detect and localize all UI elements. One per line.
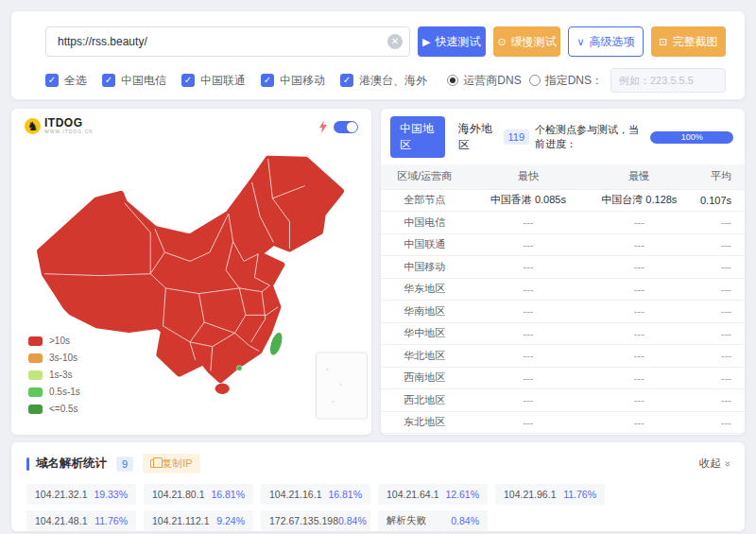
table-row[interactable]: 华中地区 --- --- ---: [381, 322, 745, 345]
slow-test-button[interactable]: ⊙ 缓慢测试: [493, 26, 561, 57]
dns-stats-panel: 域名解析统计 9 复制IP 收起 « 104.21.32.1 19.33% 10…: [11, 442, 745, 531]
ip-stat-cell[interactable]: 104.21.112.1 9.24%: [144, 510, 253, 531]
progress-bar: 100%: [650, 131, 733, 144]
checkbox-checked-icon: ✓: [340, 74, 353, 87]
full-screenshot-button[interactable]: ⊡ 完整截图: [651, 26, 726, 57]
radio-selected-icon: [447, 75, 458, 86]
ip-list: 104.21.32.1 19.33% 104.21.80.1 16.81% 10…: [26, 484, 612, 531]
legend-item: >10s: [28, 336, 80, 346]
copy-ip-button[interactable]: 复制IP: [143, 454, 199, 474]
radio-unselected-icon: [529, 75, 541, 86]
ip-stat-cell[interactable]: 104.21.32.1 19.33%: [26, 484, 136, 505]
operator-dns-radio[interactable]: 运营商DNS: [447, 73, 521, 89]
quick-test-button[interactable]: ▶ 快速测试: [418, 26, 486, 57]
table-row[interactable]: 全部节点 中国香港 0.085s 中国台湾 0.128s 0.107s: [381, 189, 745, 212]
results-panel: 中国地区 海外地区 119 个检测点参与测试，当前进度： 100% 区域/运营商…: [381, 109, 745, 435]
clear-input-icon[interactable]: ✕: [387, 34, 403, 49]
dns-option-group: 运营商DNS 指定DNS：: [447, 68, 726, 93]
legend-swatch: [28, 405, 43, 414]
chevron-up-icon: «: [721, 460, 732, 466]
advanced-options-button[interactable]: ∨ 高级选项: [568, 26, 643, 57]
title-accent-bar: [26, 457, 29, 471]
china-mainland: [40, 159, 340, 380]
checkbox-checked-icon: ✓: [45, 74, 59, 87]
isp-checkbox[interactable]: ✓ 中国电信: [102, 73, 166, 89]
map-panel: ♞ ITDOG WWW.ITDOG.CN: [11, 109, 371, 435]
ip-stat-cell[interactable]: 104.21.16.1 16.81%: [261, 484, 370, 505]
progress-group: 119 个检测点参与测试，当前进度： 100%: [504, 123, 733, 151]
results-table-header: 区域/运营商 最快 最慢 平均: [381, 164, 745, 189]
tab-overseas-region[interactable]: 海外地区: [449, 116, 504, 158]
ip-stat-cell[interactable]: 解析失败 0.84%: [378, 510, 488, 531]
isp-checkbox-group: ✓ 全选 ✓ 中国电信 ✓ 中国联通 ✓ 中国移动: [45, 73, 442, 89]
url-input[interactable]: [45, 26, 410, 57]
isp-checkbox[interactable]: ✓ 中国移动: [261, 73, 325, 89]
ip-stat-cell[interactable]: 172.67.135.198 0.84%: [261, 510, 370, 531]
legend-item: <=0.5s: [28, 404, 80, 414]
custom-dns-radio[interactable]: 指定DNS：: [529, 73, 603, 89]
play-icon: ▶: [422, 37, 430, 47]
results-table: 区域/运营商 最快 最慢 平均 全部节点 中国香港 0.085s 中国台湾 0.…: [381, 164, 745, 435]
table-row[interactable]: 东北地区 --- --- ---: [381, 411, 745, 434]
hainan-island: [215, 384, 230, 394]
screenshot-icon: ⊡: [659, 37, 667, 47]
ip-stat-cell[interactable]: 104.21.96.1 11.76%: [495, 484, 605, 505]
legend-item: 3s-10s: [28, 353, 80, 363]
checkbox-checked-icon: ✓: [181, 74, 195, 87]
ip-count-badge: 9: [116, 456, 133, 472]
table-row[interactable]: 华东地区 --- --- ---: [381, 278, 745, 301]
table-row[interactable]: 中国移动 --- --- ---: [381, 256, 745, 279]
table-row[interactable]: 中国联通 --- --- ---: [381, 233, 745, 256]
legend-item: 0.5s-1s: [28, 387, 80, 397]
table-row[interactable]: 港澳台 中国香港 0.085s 中国台湾 0.128s 0.107s: [381, 434, 745, 436]
table-row[interactable]: 西南地区 --- --- ---: [381, 367, 745, 389]
legend-swatch: [28, 388, 43, 397]
table-row[interactable]: 华南地区 --- --- ---: [381, 301, 745, 323]
latency-legend: >10s 3s-10s 1s-3s 0.5s-1s <=0.5s: [28, 329, 80, 414]
test-toolbar: ✕ ▶ 快速测试 ⊙ 缓慢测试 ∨ 高级选项 ⊡ 完整截图 ✓ 全选: [11, 11, 745, 99]
isp-checkbox[interactable]: ✓ 港澳台、海外: [340, 73, 427, 89]
legend-swatch: [28, 336, 43, 346]
legend-swatch: [28, 353, 43, 363]
dns-stats-title: 域名解析统计: [36, 456, 107, 472]
table-row[interactable]: 华北地区 --- --- ---: [381, 345, 745, 368]
isp-checkbox[interactable]: ✓ 中国联通: [181, 73, 246, 89]
isp-checkbox[interactable]: ✓ 全选: [45, 73, 87, 89]
chevron-down-icon: ∨: [577, 37, 585, 47]
tab-china-region[interactable]: 中国地区: [390, 116, 445, 158]
copy-icon: [150, 459, 158, 468]
table-row[interactable]: 中国电信 --- --- ---: [381, 212, 745, 234]
south-china-sea-inset: [317, 353, 368, 419]
checkbox-checked-icon: ✓: [261, 74, 274, 87]
custom-dns-input[interactable]: [610, 68, 726, 93]
node-count-badge: 119: [504, 129, 530, 145]
checkbox-checked-icon: ✓: [102, 74, 115, 87]
ip-stat-cell[interactable]: 104.21.48.1 11.76%: [26, 510, 136, 531]
legend-item: 1s-3s: [28, 370, 80, 380]
hongkong-dot: [236, 366, 242, 371]
collapse-button[interactable]: 收起 «: [699, 456, 730, 471]
legend-swatch: [28, 370, 43, 380]
ip-stat-cell[interactable]: 104.21.64.1 12.61%: [378, 484, 488, 505]
url-input-wrap: ✕: [45, 26, 410, 57]
clock-icon: ⊙: [497, 37, 506, 47]
table-row[interactable]: 西北地区 --- --- ---: [381, 389, 745, 412]
ip-stat-cell[interactable]: 104.21.80.1 16.81%: [144, 484, 253, 505]
